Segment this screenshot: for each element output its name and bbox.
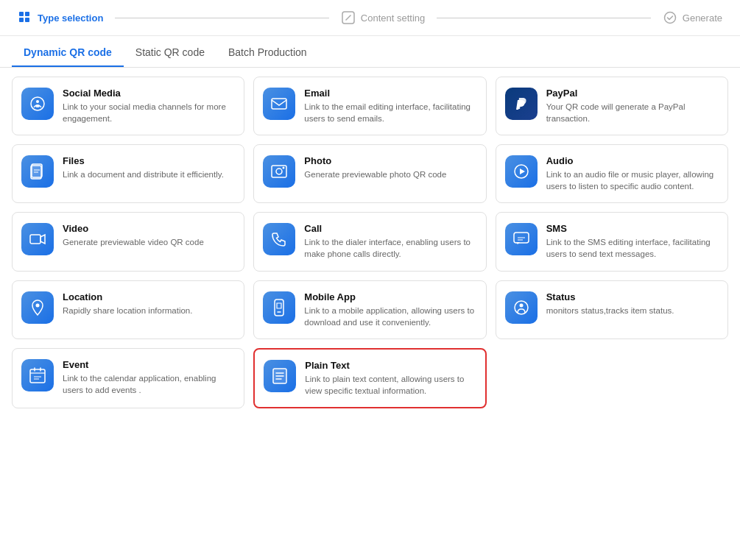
check-circle-icon — [663, 10, 677, 25]
card-text-location: Location Rapidly share location informat… — [63, 291, 192, 316]
svg-rect-9 — [272, 99, 286, 109]
card-grid-container: Social Media Link to your social media c… — [0, 68, 740, 539]
card-icon-mobile-app — [263, 291, 295, 324]
grid-icon — [18, 10, 32, 25]
step-generate-label: Generate — [683, 13, 722, 24]
svg-rect-1 — [25, 12, 29, 16]
step-generate[interactable]: Generate — [663, 10, 722, 25]
card-call[interactable]: Call Link to the dialer interface, enabl… — [253, 212, 486, 271]
card-video[interactable]: Video Generate previewable video QR code — [12, 212, 244, 271]
card-title-video: Video — [63, 223, 204, 234]
tab-bar: Dynamic QR code Static QR code Batch Pro… — [0, 39, 740, 68]
card-title-sms: SMS — [546, 223, 719, 234]
card-text-call: Call Link to the dialer interface, enabl… — [304, 223, 476, 260]
card-title-mobile-app: Mobile App — [304, 291, 476, 302]
svg-point-14 — [283, 167, 285, 169]
svg-rect-19 — [275, 300, 283, 316]
card-title-location: Location — [63, 291, 192, 302]
card-desc-files: Link a document and distribute it effici… — [63, 169, 224, 180]
card-title-call: Call — [304, 223, 476, 234]
card-icon-event — [21, 359, 54, 391]
card-location[interactable]: Location Rapidly share location informat… — [12, 280, 244, 339]
card-title-email: Email — [304, 88, 476, 99]
svg-point-18 — [36, 303, 40, 307]
step-content-setting[interactable]: Content setting — [341, 10, 425, 25]
card-text-mobile-app: Mobile App Link to a mobile application,… — [304, 291, 476, 328]
svg-point-5 — [664, 13, 675, 24]
svg-rect-16 — [30, 235, 40, 244]
card-desc-event: Link to the calendar application, enabli… — [63, 372, 235, 396]
card-text-paypal: PayPal Your QR code will generate a PayP… — [546, 88, 719, 124]
card-icon-sms — [505, 223, 538, 255]
card-icon-photo — [263, 155, 295, 188]
card-title-social-media: Social Media — [63, 88, 235, 99]
card-title-status: Status — [546, 291, 674, 302]
svg-point-8 — [36, 100, 39, 103]
card-desc-paypal: Your QR code will generate a PayPal tran… — [546, 101, 719, 124]
step-divider-1 — [115, 18, 329, 18]
card-icon-status — [505, 291, 538, 324]
card-text-files: Files Link a document and distribute it … — [63, 155, 224, 180]
card-icon-paypal — [505, 88, 538, 120]
tab-batch[interactable]: Batch Production — [216, 39, 319, 67]
card-photo[interactable]: Photo Generate previewable photo QR code — [253, 144, 486, 203]
svg-rect-22 — [30, 369, 45, 383]
card-social-media[interactable]: Social Media Link to your social media c… — [12, 77, 244, 135]
card-text-social-media: Social Media Link to your social media c… — [63, 88, 235, 124]
card-desc-photo: Generate previewable photo QR code — [304, 169, 446, 180]
card-title-photo: Photo — [304, 155, 446, 166]
edit-icon — [341, 10, 356, 25]
tab-dynamic[interactable]: Dynamic QR code — [12, 39, 124, 67]
card-event[interactable]: Event Link to the calendar application, … — [12, 348, 244, 408]
card-icon-email — [263, 88, 295, 120]
card-title-event: Event — [63, 359, 235, 370]
step-type-selection[interactable]: Type selection — [18, 10, 103, 25]
card-title-audio: Audio — [546, 155, 719, 166]
card-desc-social-media: Link to your social media channels for m… — [63, 101, 235, 124]
svg-rect-3 — [25, 18, 29, 22]
svg-point-6 — [31, 97, 44, 110]
card-desc-email: Link to the email editing interface, fac… — [304, 101, 476, 124]
card-text-status: Status monitors status,tracks item statu… — [546, 291, 674, 316]
card-title-files: Files — [63, 155, 224, 166]
card-desc-plain-text: Link to plain text content, allowing use… — [305, 373, 476, 397]
svg-point-20 — [515, 301, 528, 314]
card-text-email: Email Link to the email editing interfac… — [304, 88, 476, 124]
svg-rect-2 — [19, 18, 24, 22]
card-icon-audio — [505, 155, 538, 188]
card-mobile-app[interactable]: Mobile App Link to a mobile application,… — [253, 280, 486, 339]
card-text-plain-text: Plain Text Link to plain text content, a… — [305, 360, 476, 397]
card-icon-call — [263, 223, 295, 255]
card-desc-sms: Link to the SMS editing interface, facil… — [546, 236, 719, 260]
tab-static[interactable]: Static QR code — [124, 39, 216, 67]
stepper: Type selection Content setting Generate — [0, 0, 740, 36]
svg-point-13 — [276, 169, 282, 174]
step-type-label: Type selection — [38, 13, 103, 24]
card-email[interactable]: Email Link to the email editing interfac… — [253, 77, 486, 135]
svg-point-21 — [519, 303, 523, 307]
card-icon-location — [21, 291, 54, 324]
step-content-label: Content setting — [361, 13, 425, 24]
svg-rect-0 — [19, 12, 24, 16]
card-files[interactable]: Files Link a document and distribute it … — [12, 144, 244, 203]
card-icon-social-media — [21, 88, 54, 120]
card-sms[interactable]: SMS Link to the SMS editing interface, f… — [496, 212, 728, 271]
card-grid: Social Media Link to your social media c… — [12, 77, 728, 408]
card-status[interactable]: Status monitors status,tracks item statu… — [496, 280, 728, 339]
card-plain-text[interactable]: Plain Text Link to plain text content, a… — [253, 348, 486, 408]
card-icon-plain-text — [264, 360, 296, 392]
card-paypal[interactable]: PayPal Your QR code will generate a PayP… — [496, 77, 728, 135]
card-title-plain-text: Plain Text — [305, 360, 476, 371]
card-desc-status: monitors status,tracks item status. — [546, 305, 674, 316]
card-audio[interactable]: Audio Link to an audio file or music pla… — [496, 144, 728, 203]
card-icon-files — [21, 155, 54, 188]
card-desc-mobile-app: Link to a mobile application, allowing u… — [304, 305, 476, 328]
card-text-video: Video Generate previewable video QR code — [63, 223, 204, 248]
card-desc-audio: Link to an audio file or music player, a… — [546, 169, 719, 192]
card-desc-call: Link to the dialer interface, enabling u… — [304, 236, 476, 260]
card-icon-video — [21, 223, 54, 255]
card-desc-video: Generate previewable video QR code — [63, 236, 204, 248]
card-text-event: Event Link to the calendar application, … — [63, 359, 235, 396]
step-divider-2 — [437, 18, 651, 18]
card-title-paypal: PayPal — [546, 88, 719, 99]
